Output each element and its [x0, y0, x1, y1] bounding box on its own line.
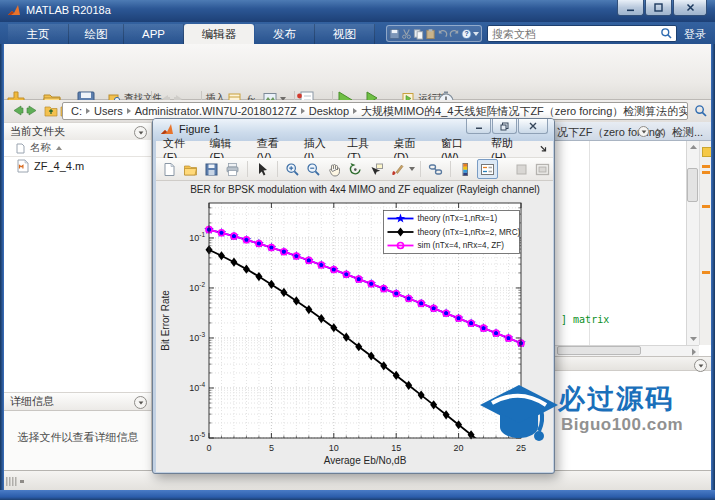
fig-legend-icon[interactable] — [477, 159, 498, 179]
figure-minimize-button[interactable] — [466, 119, 491, 134]
panel-menu-icon[interactable] — [134, 396, 147, 409]
editor-tab-close-icon[interactable] — [655, 127, 665, 137]
tab-plots[interactable]: 绘图 — [69, 24, 124, 44]
editor-warning-marker[interactable] — [702, 171, 710, 174]
editor-warning-marker[interactable] — [702, 271, 710, 274]
search-icon[interactable] — [660, 27, 673, 40]
tab-publish[interactable]: 发布 — [255, 24, 315, 44]
svg-text:20: 20 — [454, 443, 464, 453]
qat-paste-icon[interactable] — [425, 28, 436, 40]
svg-text:Average Eb/No,dB: Average Eb/No,dB — [324, 455, 407, 466]
file-column-icon — [16, 143, 25, 154]
status-grip-icon — [6, 477, 26, 486]
figure-title: Figure 1 — [179, 123, 219, 135]
details-empty-message: 选择文件以查看详细信息 — [4, 430, 152, 445]
qat-copy-icon[interactable] — [413, 28, 424, 40]
maximize-icon — [654, 3, 663, 12]
svg-text:10-2: 10-2 — [189, 281, 205, 293]
svg-text:0: 0 — [206, 443, 211, 453]
svg-text:?: ? — [464, 30, 468, 37]
matlab-logo-icon — [7, 4, 21, 18]
panel-menu-icon[interactable] — [134, 126, 147, 139]
tab-apps[interactable]: APP — [124, 24, 184, 44]
restore-icon — [500, 122, 509, 131]
fig-new-icon[interactable] — [160, 160, 179, 178]
qat-cut-icon[interactable] — [401, 28, 412, 40]
close-button[interactable] — [673, 0, 707, 16]
figure-close-button[interactable] — [518, 119, 548, 134]
tab-editor[interactable]: 编辑器 — [184, 24, 254, 44]
svg-text:theory (nTx=1,nRx=2, MRC): theory (nTx=1,nRx=2, MRC) — [418, 228, 521, 237]
doc-search-input[interactable] — [488, 28, 660, 40]
brush-dropdown-icon[interactable] — [409, 167, 415, 171]
dock-figure-icon[interactable] — [539, 144, 548, 154]
editor-vscroll-thumb[interactable] — [687, 168, 698, 202]
breadcrumb-segment[interactable]: 大规模MIMO的4_4天线矩阵情况下ZF（zero forcing）检测算法的实… — [361, 104, 688, 119]
fig-save-icon[interactable] — [202, 160, 221, 178]
fig-pointer-icon[interactable] — [253, 160, 272, 178]
file-row[interactable]: ZF_4_4.m — [4, 158, 151, 174]
minimize-button[interactable] — [617, 0, 644, 16]
fig-brush-icon[interactable] — [388, 160, 407, 178]
breadcrumb-separator-icon — [301, 108, 305, 114]
minimize-icon — [626, 3, 635, 12]
breadcrumb-separator-icon — [353, 108, 357, 114]
qat-dropdown-icon[interactable] — [473, 32, 479, 36]
qat-redo-icon[interactable] — [449, 28, 460, 40]
fig-linkplot-icon[interactable] — [426, 160, 445, 178]
editor-tab-menu-icon[interactable] — [638, 126, 649, 137]
fig-undock-disabled-icon[interactable] — [533, 160, 552, 178]
fig-dock-disabled-icon[interactable] — [512, 160, 531, 178]
svg-text:sim (nTx=4, nRx=4, ZF): sim (nTx=4, nRx=4, ZF) — [418, 241, 505, 250]
svg-text:5: 5 — [269, 443, 274, 453]
fig-pan-icon[interactable] — [325, 160, 344, 178]
svg-text:10: 10 — [329, 443, 339, 453]
doc-search — [487, 25, 677, 42]
name-column-header[interactable]: 名称 — [4, 140, 151, 157]
qat-undo-icon[interactable] — [437, 28, 448, 40]
mfile-icon — [17, 159, 29, 173]
minimize-icon — [475, 122, 483, 130]
close-icon — [529, 122, 537, 130]
editor-hscroll-thumb[interactable] — [557, 346, 641, 355]
breadcrumb-segment[interactable]: C: — [71, 105, 82, 117]
tab-home[interactable]: 主页 — [8, 24, 69, 44]
panel-menu-icon[interactable] — [694, 359, 707, 372]
fig-zoom-out-icon[interactable] — [304, 160, 323, 178]
qat-save-icon[interactable] — [389, 28, 400, 40]
qat-help-icon[interactable]: ? — [461, 28, 472, 40]
login-link[interactable]: 登录 — [684, 27, 706, 42]
tab-view[interactable]: 视图 — [315, 24, 375, 44]
breadcrumb-separator-icon — [86, 108, 90, 114]
svg-text:BER for BPSK modulation with 4: BER for BPSK modulation with 4x4 MIMO an… — [190, 184, 540, 195]
editor-tab-title[interactable]: 况下ZF（zero forcing）检测... — [557, 125, 703, 140]
fig-colorbar-icon[interactable] — [456, 160, 475, 178]
figure-window[interactable]: Figure 1 文件(F) 编辑(E) 查看(V) 插入(I) 工具(T) 桌… — [152, 118, 555, 474]
svg-text:10-1: 10-1 — [189, 231, 205, 243]
back-forward-nav-icons[interactable] — [10, 104, 40, 117]
svg-text:10-4: 10-4 — [189, 381, 205, 393]
fig-print-icon[interactable] — [223, 160, 242, 178]
fig-zoom-in-icon[interactable] — [283, 160, 302, 178]
fig-open-icon[interactable] — [181, 160, 200, 178]
maximize-button[interactable] — [645, 0, 672, 16]
breadcrumb-segment[interactable]: Desktop — [309, 105, 349, 117]
svg-text:25: 25 — [516, 443, 526, 453]
window-title: MATLAB R2018a — [26, 4, 111, 16]
figure-restore-button[interactable] — [492, 119, 517, 134]
svg-text:10-5: 10-5 — [189, 431, 205, 443]
breadcrumb-segment[interactable]: Users — [94, 105, 123, 117]
current-folder-header[interactable]: 当前文件夹 — [4, 122, 151, 141]
breadcrumb-separator-icon — [127, 108, 131, 114]
folder-search-icon[interactable] — [694, 104, 708, 118]
fig-rotate3d-icon[interactable] — [346, 160, 365, 178]
details-header[interactable]: 详细信息 — [4, 392, 151, 411]
up-folder-icon[interactable] — [44, 104, 58, 117]
editor-code-fragment: x ] matrix — [549, 314, 609, 325]
figure-canvas[interactable]: 051015202510-510-410-310-210-1BER for BP… — [156, 181, 553, 472]
editor-warning-marker[interactable] — [702, 165, 710, 168]
fig-datacursor-icon[interactable] — [367, 160, 386, 178]
figure-menubar: 文件(F) 编辑(E) 查看(V) 插入(I) 工具(T) 桌面(D) 窗口(W… — [156, 141, 553, 158]
editor-warning-marker[interactable] — [702, 205, 710, 208]
breadcrumb-segment[interactable]: Administrator.WIN7U-20180127Z — [135, 105, 297, 117]
